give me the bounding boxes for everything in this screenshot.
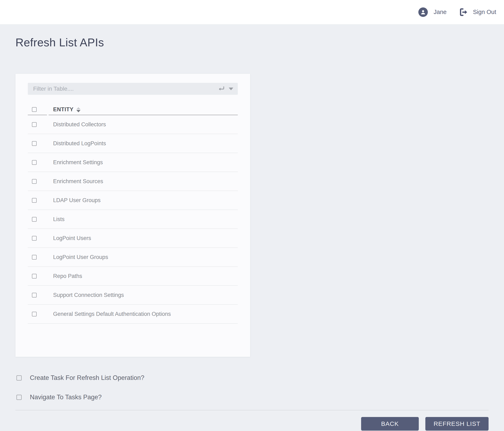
row-checkbox[interactable] bbox=[32, 236, 37, 241]
entity-name: Distributed LogPoints bbox=[49, 140, 238, 147]
entity-name: Enrichment Sources bbox=[49, 178, 238, 185]
footer-actions: BACK REFRESH LIST bbox=[15, 417, 489, 431]
entity-column-header: ENTITY bbox=[53, 106, 73, 113]
filter-input[interactable] bbox=[28, 83, 238, 95]
entity-name: Lists bbox=[49, 216, 238, 222]
row-checkbox[interactable] bbox=[32, 312, 37, 316]
row-checkbox[interactable] bbox=[32, 255, 37, 260]
navigate-tasks-label: Navigate To Tasks Page? bbox=[30, 394, 102, 401]
sort-icon[interactable] bbox=[76, 107, 81, 112]
chevron-down-icon[interactable] bbox=[228, 87, 234, 91]
select-all-checkbox[interactable] bbox=[32, 107, 37, 112]
row-checkbox[interactable] bbox=[32, 141, 37, 146]
user-menu[interactable]: Jane bbox=[418, 7, 447, 17]
row-checkbox[interactable] bbox=[32, 274, 37, 279]
create-task-label: Create Task For Refresh List Operation? bbox=[30, 374, 144, 382]
avatar bbox=[418, 7, 428, 17]
table-row: Repo Paths bbox=[28, 267, 238, 286]
footer-divider bbox=[15, 410, 489, 410]
sort-desc-arrow bbox=[76, 110, 81, 112]
entity-name: Distributed Collectors bbox=[49, 121, 238, 128]
table-row: Enrichment Sources bbox=[28, 172, 238, 191]
entity-header-cell[interactable]: ENTITY bbox=[49, 104, 238, 115]
refresh-list-button[interactable]: REFRESH LIST bbox=[425, 417, 489, 431]
table-row: LDAP User Groups bbox=[28, 191, 238, 210]
entity-name: Enrichment Settings bbox=[49, 159, 238, 166]
row-checkbox[interactable] bbox=[32, 293, 37, 297]
page-title: Refresh List APIs bbox=[15, 36, 489, 49]
main-content: Refresh List APIs bbox=[0, 36, 504, 431]
row-checkbox[interactable] bbox=[32, 217, 37, 222]
row-checkbox[interactable] bbox=[32, 122, 37, 127]
user-name: Jane bbox=[434, 9, 447, 15]
table-row: Enrichment Settings bbox=[28, 153, 238, 172]
table-row: LogPoint User Groups bbox=[28, 248, 238, 267]
enter-icon[interactable] bbox=[218, 86, 225, 92]
table-row: Support Connection Settings bbox=[28, 286, 238, 305]
navigate-tasks-checkbox[interactable] bbox=[17, 395, 22, 400]
refresh-list-apis-page: Jane Sign Out Refresh List APIs bbox=[0, 0, 504, 431]
filter-icons bbox=[218, 83, 234, 95]
entity-name: Support Connection Settings bbox=[49, 292, 238, 298]
row-checkbox[interactable] bbox=[32, 179, 37, 184]
row-checkbox[interactable] bbox=[32, 198, 37, 203]
table-row: Distributed LogPoints bbox=[28, 134, 238, 153]
entity-name: LogPoint User Groups bbox=[49, 254, 238, 260]
sign-out-icon bbox=[459, 8, 468, 16]
back-button[interactable]: BACK bbox=[361, 417, 419, 431]
entity-table-card: ENTITY Distributed Collectors Distribute… bbox=[15, 74, 250, 357]
navigate-tasks-option[interactable]: Navigate To Tasks Page? bbox=[15, 391, 489, 404]
table-row: Distributed Collectors bbox=[28, 115, 238, 134]
create-task-checkbox[interactable] bbox=[17, 375, 22, 381]
sort-asc-arrow bbox=[76, 107, 81, 110]
row-checkbox[interactable] bbox=[32, 160, 37, 165]
table-row: LogPoint Users bbox=[28, 229, 238, 248]
entity-name: LDAP User Groups bbox=[49, 197, 238, 203]
filter-bar bbox=[28, 83, 238, 95]
table-row: Lists bbox=[28, 210, 238, 229]
sign-out-button[interactable]: Sign Out bbox=[459, 8, 496, 16]
entity-name: General Settings Default Authentication … bbox=[49, 311, 238, 317]
user-icon bbox=[420, 9, 426, 15]
entity-name: LogPoint Users bbox=[49, 235, 238, 241]
entity-name: Repo Paths bbox=[49, 273, 238, 279]
options-section: Create Task For Refresh List Operation? … bbox=[15, 371, 489, 404]
table-row: General Settings Default Authentication … bbox=[28, 305, 238, 324]
top-bar: Jane Sign Out bbox=[0, 0, 504, 24]
table-header: ENTITY bbox=[28, 104, 238, 115]
select-all-cell bbox=[28, 104, 47, 115]
sign-out-label: Sign Out bbox=[473, 9, 496, 15]
create-task-option[interactable]: Create Task For Refresh List Operation? bbox=[15, 371, 489, 385]
